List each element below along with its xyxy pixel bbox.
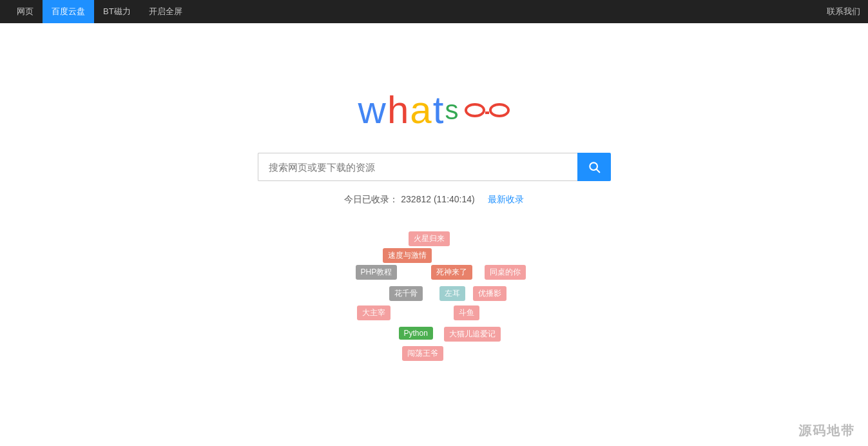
search-button[interactable] xyxy=(577,153,611,181)
watermark: 源码地带 xyxy=(798,422,855,440)
nav-item-baiduyun[interactable]: 百度云盘 xyxy=(43,0,94,23)
search-container xyxy=(258,153,611,181)
main-content: w h a t s 今日已收录： 232812 (11:40:14) 最新收录 xyxy=(0,23,868,373)
svg-line-1 xyxy=(596,170,599,173)
search-input[interactable] xyxy=(258,153,577,181)
nav-item-fullscreen[interactable]: 开启全屏 xyxy=(140,0,191,23)
tag-item[interactable]: 大猫儿追爱记 xyxy=(444,327,501,342)
nav-contact[interactable]: 联系我们 xyxy=(827,6,860,17)
site-logo: w h a t s xyxy=(358,88,510,132)
logo-letter-t: t xyxy=(433,88,445,132)
nav-item-bt[interactable]: BT磁力 xyxy=(94,0,140,23)
tag-item[interactable]: 花千骨 xyxy=(389,286,423,301)
navbar: 网页 百度云盘 BT磁力 开启全屏 联系我们 xyxy=(0,0,868,23)
logo-letter-w: w xyxy=(358,88,387,132)
stats-bar: 今日已收录： 232812 (11:40:14) 最新收录 xyxy=(344,194,523,206)
tag-item[interactable]: 闯荡王爷 xyxy=(402,346,443,361)
tag-item[interactable]: 大主宰 xyxy=(357,305,391,320)
logo-infinity xyxy=(465,103,510,117)
tag-cloud: 火星归来速度与激情PHP教程死神来了同桌的你花千骨左耳优播影大主宰斗鱼Pytho… xyxy=(325,231,544,373)
tag-item[interactable]: PHP教程 xyxy=(356,265,398,280)
glasses-icon xyxy=(465,103,510,117)
tag-item[interactable]: Python xyxy=(399,327,433,340)
stats-label: 今日已收录： xyxy=(344,194,398,204)
tag-item[interactable]: 同桌的你 xyxy=(485,265,526,280)
logo-letter-a: a xyxy=(410,88,432,132)
logo-letter-s: s xyxy=(445,95,459,126)
tag-item[interactable]: 斗鱼 xyxy=(454,305,479,320)
search-icon xyxy=(588,160,601,173)
stats-time: (11:40:14) xyxy=(434,194,475,204)
tag-item[interactable]: 左耳 xyxy=(439,286,465,301)
glass-left xyxy=(465,103,485,117)
stats-latest-link[interactable]: 最新收录 xyxy=(488,194,524,204)
glass-right xyxy=(489,103,510,117)
tag-item[interactable]: 死神来了 xyxy=(431,265,472,280)
tag-item[interactable]: 优播影 xyxy=(473,286,506,301)
stats-count: 232812 xyxy=(401,194,431,204)
nav-item-webpage[interactable]: 网页 xyxy=(8,0,43,23)
tag-item[interactable]: 速度与激情 xyxy=(383,248,432,263)
logo-letter-h: h xyxy=(387,88,410,132)
tag-item[interactable]: 火星归来 xyxy=(409,231,450,246)
